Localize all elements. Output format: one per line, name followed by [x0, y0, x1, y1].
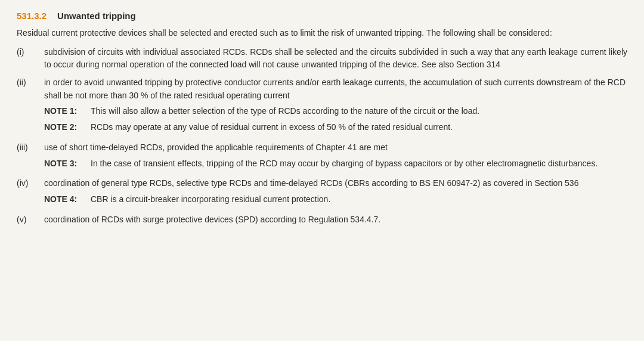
- item-body-iii: use of short time-delayed RCDs, provided…: [44, 142, 388, 152]
- list-item: (i) subdivision of circuits with individ…: [17, 46, 627, 72]
- note-2-block: NOTE 2: RCDs may operate at any value of…: [44, 121, 627, 134]
- item-label-i: (i): [17, 46, 44, 59]
- note-4-text: CBR is a circuit-breaker incorporating r…: [91, 193, 627, 206]
- item-label-v: (v): [17, 213, 44, 227]
- note-3-label: NOTE 3:: [44, 157, 91, 170]
- note-4-block: NOTE 4: CBR is a circuit-breaker incorpo…: [44, 193, 627, 206]
- item-label-iv: (iv): [17, 177, 44, 190]
- item-body-iv: coordination of general type RCDs, selec…: [44, 178, 578, 188]
- item-body-i: subdivision of circuits with individual …: [44, 46, 627, 72]
- item-body-v: coordination of RCDs with surge protecti…: [44, 213, 627, 227]
- note-2-label: NOTE 2:: [44, 121, 91, 134]
- item-label-ii: (ii): [17, 76, 44, 89]
- list-item: (v) coordination of RCDs with surge prot…: [17, 213, 627, 227]
- items-list: (i) subdivision of circuits with individ…: [17, 46, 627, 227]
- item-label-iii: (iii): [17, 141, 44, 154]
- section-title: Unwanted tripping: [57, 11, 136, 21]
- note-2-text: RCDs may operate at any value of residua…: [91, 121, 627, 134]
- note-3-block: NOTE 3: In the case of transient effects…: [44, 157, 627, 170]
- section-number: 531.3.2: [17, 11, 47, 21]
- note-1-label: NOTE 1:: [44, 105, 91, 118]
- note-1-block: NOTE 1: This will also allow a better se…: [44, 105, 627, 118]
- list-item: (ii) in order to avoid unwanted tripping…: [17, 76, 627, 137]
- list-item: (iv) coordination of general type RCDs, …: [17, 177, 627, 208]
- note-4-label: NOTE 4:: [44, 193, 91, 206]
- intro-text: Residual current protective devices shal…: [17, 27, 627, 40]
- page: 531.3.2 Unwanted tripping Residual curre…: [0, 0, 644, 341]
- item-body-ii: in order to avoid unwanted tripping by p…: [44, 78, 626, 100]
- list-item: (iii) use of short time-delayed RCDs, pr…: [17, 141, 627, 172]
- note-3-text: In the case of transient effects, trippi…: [91, 157, 627, 170]
- note-1-text: This will also allow a better selection …: [91, 105, 627, 118]
- section-header: 531.3.2 Unwanted tripping: [17, 11, 627, 21]
